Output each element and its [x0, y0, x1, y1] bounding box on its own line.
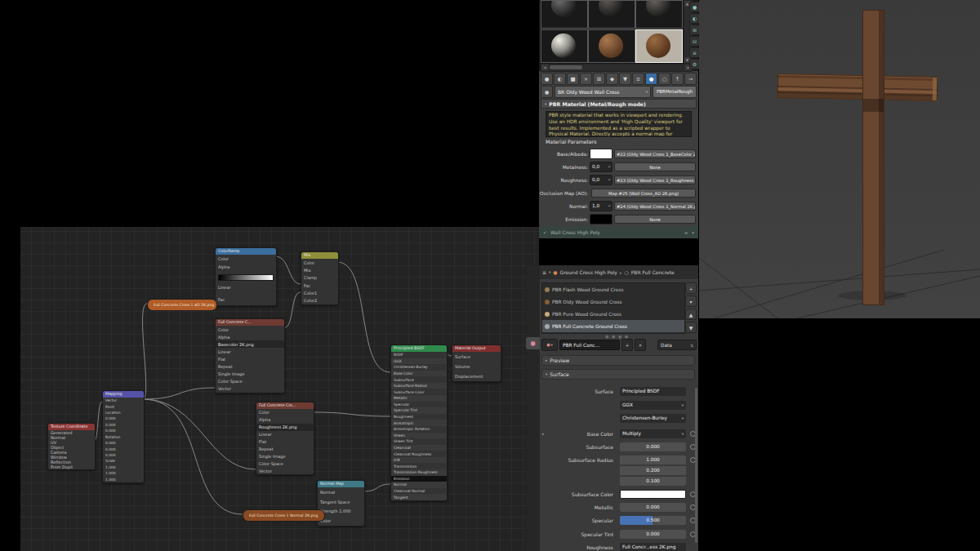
- slots-horizontal-scrollbar[interactable]: ◄ ►: [541, 64, 693, 72]
- node-image-texture-roughness[interactable]: Full Concrete Cro... ColorAlphaRoughness…: [256, 402, 314, 475]
- node-row[interactable]: 1.000: [103, 464, 144, 470]
- node-row[interactable]: Sheen Tint: [391, 438, 447, 445]
- node-mapping[interactable]: Mapping VectorPointLocation0.0000.0000.0…: [102, 390, 145, 483]
- node-header[interactable]: Mapping: [103, 391, 144, 398]
- node-row[interactable]: Roughness 2K.png: [256, 424, 314, 431]
- cross-horizontal-beam[interactable]: [777, 73, 938, 101]
- node-row[interactable]: Fac: [301, 282, 338, 289]
- node-row[interactable]: Normal: [391, 482, 447, 488]
- shader-node-editor[interactable]: Texture Coordinate GeneratedNormalUVObje…: [20, 227, 539, 551]
- show-end-result-icon[interactable]: ○: [658, 73, 670, 85]
- node-header[interactable]: Full Concrete Cro...: [256, 402, 314, 409]
- go-to-parent-icon[interactable]: ↑: [671, 73, 684, 85]
- node-colorramp[interactable]: ColorRamp ColorAlpha+ − ▾ LinearFac: [215, 247, 277, 306]
- make-material-copy-icon[interactable]: ⊞: [593, 73, 605, 85]
- node-row[interactable]: Specular: [391, 402, 447, 408]
- unlink-material-icon[interactable]: ×: [635, 339, 646, 351]
- node-row[interactable]: 0.000: [103, 415, 144, 421]
- menu-icon[interactable]: ≡: [684, 230, 688, 235]
- node-row[interactable]: Specular Tint: [391, 407, 447, 414]
- put-material-to-scene-icon[interactable]: ◐: [554, 73, 566, 85]
- node-row[interactable]: Clamp: [301, 274, 338, 282]
- node-row[interactable]: Transmission: [391, 463, 447, 469]
- node-image-texture-normal-collapsed[interactable]: Full Concrete Cross 1 Normal 2K.png: [243, 509, 325, 522]
- material-class-button[interactable]: PBRMetalRough: [653, 86, 697, 98]
- emission-color-swatch[interactable]: [590, 214, 612, 224]
- node-principled-bsdf[interactable]: Principled BSDF BSDFGGXChristensen-Burle…: [390, 344, 448, 501]
- node-header[interactable]: Material Output: [452, 345, 501, 352]
- go-forward-sibling-icon[interactable]: →: [684, 73, 697, 85]
- node-row[interactable]: Emission: [391, 476, 447, 482]
- make-unique-icon[interactable]: ◆: [606, 73, 618, 85]
- node-row[interactable]: Sheen: [391, 433, 447, 439]
- subsurface-slider[interactable]: 0.000: [620, 442, 686, 451]
- scroll-thumb[interactable]: [550, 65, 582, 69]
- node-texture-coordinate[interactable]: Texture Coordinate GeneratedNormalUVObje…: [47, 423, 96, 470]
- node-row[interactable]: Transmission Roughness: [391, 469, 447, 476]
- metallic-slider[interactable]: 0.000: [620, 503, 686, 512]
- node-mix-rgb[interactable]: Mix ColorMixClampFacColor1Color2: [301, 251, 339, 305]
- node-image-texture-basecolor[interactable]: Full Concrete C... ColorAlphaBasecolor 2…: [215, 318, 285, 393]
- node-header[interactable]: Texture Coordinate: [48, 424, 95, 430]
- base-color-blend-dropdown[interactable]: Multiply ▾: [620, 429, 686, 438]
- put-to-library-icon[interactable]: ▼: [619, 73, 631, 85]
- node-row[interactable]: Color: [216, 326, 284, 333]
- scroll-left-icon[interactable]: ◄: [541, 64, 548, 70]
- link-mode-dropdown[interactable]: Data ⇅: [657, 340, 697, 350]
- sample-slot[interactable]: [635, 29, 683, 63]
- chevron-down-icon[interactable]: ▾: [692, 230, 694, 235]
- material-id-channel-icon[interactable]: ≡: [632, 73, 644, 85]
- roughness-spinner[interactable]: 0,0▴▾: [590, 175, 612, 185]
- pick-material-icon[interactable]: ●: [541, 86, 553, 98]
- node-row[interactable]: BSDF: [391, 352, 447, 358]
- subsurface-method-dropdown[interactable]: Christensen-Burley ▾: [620, 414, 686, 423]
- preview-panel-header[interactable]: ▸ Preview: [541, 355, 695, 366]
- node-header[interactable]: Principled BSDF: [391, 345, 447, 352]
- node-row[interactable]: Base Color: [391, 371, 447, 377]
- sample-slot[interactable]: [541, 29, 588, 63]
- colorramp-gradient[interactable]: [218, 274, 274, 281]
- node-row[interactable]: Vector: [103, 398, 144, 403]
- surface-panel-header[interactable]: ▾ Surface: [541, 369, 695, 380]
- node-normal-map[interactable]: Normal Map NormalTangent SpaceStrength 1…: [317, 480, 365, 527]
- breadcrumb-object[interactable]: Ground Cross High Poly: [560, 269, 617, 275]
- node-row[interactable]: Color1: [301, 289, 338, 296]
- node-row[interactable]: Alpha: [256, 416, 314, 424]
- roughness-map-button[interactable]: #23 (Oldy Wood Cross 1_Roughness 2K: [614, 176, 696, 184]
- sample-slot[interactable]: [635, 0, 683, 29]
- node-image-texture-ao-collapsed[interactable]: Full Concrete Cross 1 AO 2K.png: [147, 299, 217, 311]
- material-name-field[interactable]: PBR Full Conc...: [559, 340, 620, 350]
- material-slot-row[interactable]: PBR Pure Wood Ground Cross: [542, 308, 684, 320]
- node-row[interactable]: Mix: [301, 266, 338, 273]
- move-slot-up-button[interactable]: ▲: [685, 309, 697, 320]
- node-row[interactable]: 0.000: [103, 452, 144, 458]
- node-row[interactable]: Color: [301, 259, 338, 266]
- node-row[interactable]: Scale: [103, 458, 144, 464]
- node-row[interactable]: Color Space: [216, 378, 284, 385]
- node-row[interactable]: 0.000: [103, 446, 144, 451]
- node-row[interactable]: Basecolor 2K.png: [216, 340, 284, 348]
- node-row[interactable]: Clearcoat Roughness: [391, 451, 447, 457]
- node-row[interactable]: From Dupli: [48, 464, 95, 469]
- node-header[interactable]: Normal Map: [318, 481, 364, 487]
- node-row[interactable]: Normal: [318, 487, 364, 497]
- node-row[interactable]: Repeat: [256, 445, 314, 452]
- metalness-spinner[interactable]: 0,0▴▾: [590, 162, 612, 172]
- assign-material-to-selection-icon[interactable]: ■: [567, 73, 579, 85]
- expand-icon[interactable]: ▸: [542, 432, 544, 436]
- viewport-3d[interactable]: [699, 0, 980, 318]
- spinner-arrows-icon[interactable]: ▴▾: [607, 176, 612, 184]
- emission-map-button[interactable]: None: [614, 215, 696, 224]
- browse-material-button[interactable]: ● ▾: [541, 339, 558, 351]
- node-row[interactable]: Color Space: [256, 460, 314, 467]
- subsurface-color-swatch[interactable]: [620, 490, 686, 499]
- node-row[interactable]: 0.000: [103, 440, 144, 446]
- node-row[interactable]: Color2: [301, 297, 338, 304]
- node-row[interactable]: Roughness: [391, 414, 447, 420]
- subsurface-radius-z[interactable]: 0.100: [620, 477, 686, 486]
- node-row[interactable]: Vector: [216, 385, 284, 393]
- metalness-map-button[interactable]: None: [614, 162, 696, 171]
- sample-slot[interactable]: [588, 29, 635, 63]
- node-row[interactable]: Metallic: [391, 395, 447, 402]
- node-row[interactable]: Fac: [216, 293, 276, 305]
